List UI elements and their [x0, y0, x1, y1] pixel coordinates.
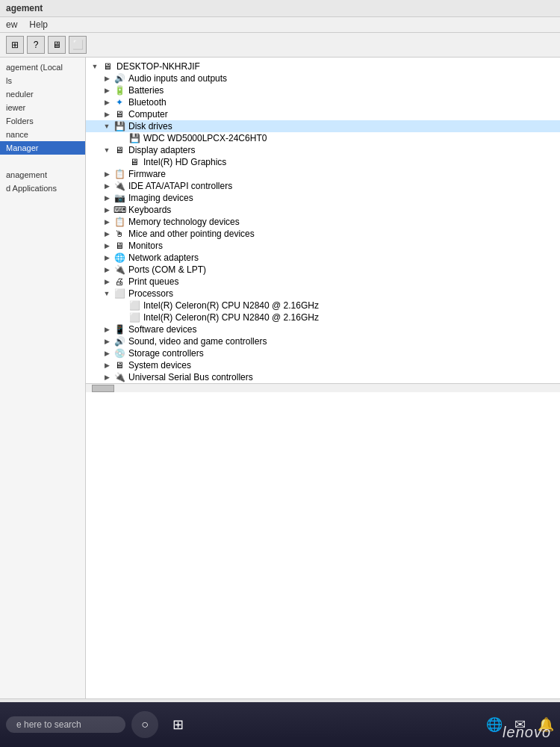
taskbar-circle-btn[interactable]: ○: [131, 711, 158, 738]
toolbar-help-btn[interactable]: ?: [27, 36, 45, 54]
sidebar-item-folders[interactable]: Folders: [0, 114, 85, 128]
sound-expand-icon[interactable]: ▶: [101, 338, 113, 345]
tree-item-processors[interactable]: ▼ ⬜ Processors: [86, 288, 560, 300]
tree-item-sound[interactable]: ▶ 🔊 Sound, video and game controllers: [86, 335, 560, 347]
menu-help[interactable]: Help: [29, 19, 48, 30]
lenovo-branding: lenovo: [503, 724, 551, 741]
taskbar-search[interactable]: e here to search: [6, 716, 125, 733]
taskbar-browser-icon[interactable]: 🌐: [486, 716, 503, 733]
tree-item-system-devices[interactable]: ▶ 🖥 System devices: [86, 359, 560, 371]
monitors-expand-icon[interactable]: ▶: [101, 242, 113, 249]
disk-drives-expand-icon[interactable]: ▼: [101, 123, 113, 130]
memory-tech-icon: 📋: [113, 217, 126, 227]
storage-ctrl-expand-icon[interactable]: ▶: [101, 350, 113, 357]
firmware-expand-icon[interactable]: ▶: [101, 170, 113, 178]
ports-icon: 🔌: [113, 264, 126, 275]
ports-label: Ports (COM & LPT): [128, 264, 206, 275]
computer-label: Computer: [128, 109, 168, 120]
root-collapse-icon[interactable]: ▼: [89, 63, 101, 70]
tree-item-wdc[interactable]: ▶ 💾 WDC WD5000LPCX-24C6HT0: [86, 132, 560, 144]
tree-root[interactable]: ▼ 🖥 DESKTOP-NKHRJIF: [86, 61, 560, 72]
tree-item-cpu2[interactable]: ▶ ⬜ Intel(R) Celeron(R) CPU N2840 @ 2.16…: [86, 311, 560, 323]
network-expand-icon[interactable]: ▶: [101, 254, 113, 261]
software-devices-expand-icon[interactable]: ▶: [101, 326, 113, 333]
horizontal-scrollbar[interactable]: [86, 383, 560, 392]
display-expand-icon[interactable]: ▼: [101, 146, 113, 154]
tree-item-mice[interactable]: ▶ 🖱 Mice and other pointing devices: [86, 228, 560, 240]
tree-item-imaging[interactable]: ▶ 📷 Imaging devices: [86, 192, 560, 204]
network-icon: 🌐: [113, 252, 126, 263]
sidebar-item-viewer[interactable]: iewer: [0, 101, 85, 114]
firmware-label: Firmware: [128, 169, 166, 179]
ide-expand-icon[interactable]: ▶: [101, 182, 113, 190]
computer-node-icon: 🖥: [113, 109, 126, 120]
tree-item-software-devices[interactable]: ▶ 📱 Software devices: [86, 323, 560, 335]
sidebar-item-scheduler[interactable]: neduler: [0, 87, 85, 101]
cpu2-label: Intel(R) Celeron(R) CPU N2840 @ 2.16GHz: [143, 312, 319, 323]
tree-item-keyboards[interactable]: ▶ ⌨ Keyboards: [86, 204, 560, 216]
wdc-label: WDC WD5000LPCX-24C6HT0: [143, 133, 267, 143]
processors-label: Processors: [128, 288, 173, 299]
computer-expand-icon[interactable]: ▶: [101, 111, 113, 118]
sidebar-item-computer-mgmt[interactable]: agement (Local: [0, 61, 85, 74]
sidebar-item-ls[interactable]: ls: [0, 74, 85, 87]
sidebar-item-storage-mgmt[interactable]: anagement: [0, 168, 85, 182]
audio-label: Audio inputs and outputs: [128, 73, 227, 84]
tree-item-monitors[interactable]: ▶ 🖥 Monitors: [86, 240, 560, 252]
storage-ctrl-icon: 💿: [113, 348, 126, 359]
sidebar-item-deployed-apps[interactable]: d Applications: [0, 182, 85, 195]
disk-drives-icon: 💾: [113, 121, 126, 131]
memory-tech-expand-icon[interactable]: ▶: [101, 218, 113, 226]
system-devices-label: System devices: [128, 360, 191, 371]
tree-item-network[interactable]: ▶ 🌐 Network adapters: [86, 252, 560, 264]
audio-icon: 🔊: [113, 73, 126, 84]
wdc-icon: 💾: [128, 133, 141, 143]
tree-item-ports[interactable]: ▶ 🔌 Ports (COM & LPT): [86, 264, 560, 276]
bluetooth-expand-icon[interactable]: ▶: [101, 99, 113, 106]
scroll-thumb[interactable]: [92, 385, 114, 392]
tree-item-cpu1[interactable]: ▶ ⬜ Intel(R) Celeron(R) CPU N2840 @ 2.16…: [86, 300, 560, 311]
menu-view[interactable]: ew: [6, 19, 17, 30]
ports-expand-icon[interactable]: ▶: [101, 266, 113, 273]
audio-expand-icon[interactable]: ▶: [101, 75, 113, 82]
tree-item-disk-drives[interactable]: ▼ 💾 Disk drives: [86, 120, 560, 132]
processors-expand-icon[interactable]: ▼: [101, 290, 113, 297]
tree-item-storage-ctrl[interactable]: ▶ 💿 Storage controllers: [86, 347, 560, 359]
processors-icon: ⬜: [113, 288, 126, 299]
mice-expand-icon[interactable]: ▶: [101, 230, 113, 238]
tree-item-display-adapters[interactable]: ▼ 🖥 Display adapters: [86, 144, 560, 156]
batteries-expand-icon[interactable]: ▶: [101, 87, 113, 94]
tree-item-memory-tech[interactable]: ▶ 📋 Memory technology devices: [86, 216, 560, 228]
menu-bar: ew Help: [0, 17, 560, 33]
sound-icon: 🔊: [113, 336, 126, 347]
imaging-expand-icon[interactable]: ▶: [101, 194, 113, 202]
tree-item-computer[interactable]: ▶ 🖥 Computer: [86, 108, 560, 120]
system-devices-expand-icon[interactable]: ▶: [101, 362, 113, 369]
computer-icon: 🖥: [101, 61, 114, 72]
cpu1-icon: ⬜: [128, 300, 141, 311]
tree-item-usb[interactable]: ▶ 🔌 Universal Serial Bus controllers: [86, 371, 560, 383]
toolbar-monitor-btn[interactable]: 🖥: [48, 36, 66, 54]
toolbar-grid-btn[interactable]: ⊞: [6, 36, 24, 54]
usb-expand-icon[interactable]: ▶: [101, 374, 113, 381]
imaging-label: Imaging devices: [128, 193, 193, 203]
tree-item-print-queues[interactable]: ▶ 🖨 Print queues: [86, 276, 560, 288]
toolbar-display-btn[interactable]: ⬜: [69, 36, 87, 54]
taskbar-search-text: e here to search: [16, 719, 81, 730]
tree-item-batteries[interactable]: ▶ 🔋 Batteries: [86, 84, 560, 96]
taskbar-grid-btn[interactable]: ⊞: [164, 711, 191, 738]
tree-item-firmware[interactable]: ▶ 📋 Firmware: [86, 168, 560, 180]
root-label: DESKTOP-NKHRJIF: [116, 61, 200, 72]
usb-label: Universal Serial Bus controllers: [128, 372, 253, 382]
tree-item-audio[interactable]: ▶ 🔊 Audio inputs and outputs: [86, 72, 560, 84]
sidebar-item-device-manager[interactable]: Manager: [0, 141, 85, 155]
tree-item-bluetooth[interactable]: ▶ ✦ Bluetooth: [86, 96, 560, 108]
batteries-icon: 🔋: [113, 85, 126, 96]
software-devices-label: Software devices: [128, 324, 196, 335]
network-label: Network adapters: [128, 252, 199, 263]
tree-item-ide[interactable]: ▶ 🔌 IDE ATA/ATAPI controllers: [86, 180, 560, 192]
sidebar-item-performance[interactable]: nance: [0, 128, 85, 141]
keyboards-expand-icon[interactable]: ▶: [101, 206, 113, 214]
print-expand-icon[interactable]: ▶: [101, 278, 113, 285]
tree-item-intel-graphics[interactable]: ▶ 🖥 Intel(R) HD Graphics: [86, 156, 560, 168]
